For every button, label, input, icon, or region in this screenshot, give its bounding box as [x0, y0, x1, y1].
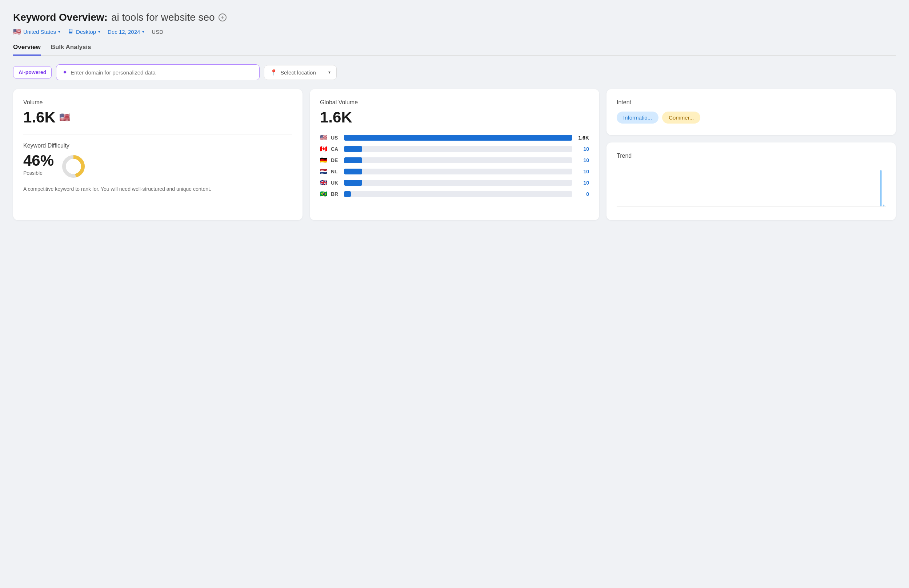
intent-tag-info: Informatio...	[617, 111, 658, 124]
right-col: Intent Informatio... Commer... Trend	[607, 89, 896, 220]
country-code: NL	[331, 169, 340, 174]
country-code: CA	[331, 146, 340, 152]
bar-value: 10	[576, 157, 589, 163]
ai-powered-badge: AI-powered	[13, 66, 52, 79]
bar-wrapper	[344, 157, 572, 163]
global-volume-card: Global Volume 1.6K 🇺🇸 US 1.6K 🇨🇦 CA 10 🇩…	[310, 89, 599, 220]
bar-fill	[344, 157, 362, 163]
global-vol-label: Global Volume	[320, 99, 589, 106]
trend-chart-svg	[617, 163, 886, 207]
bar-value: 10	[576, 146, 589, 152]
intent-card: Intent Informatio... Commer...	[607, 89, 896, 135]
country-code: BR	[331, 191, 340, 197]
bar-value: 10	[576, 180, 589, 186]
country-code: UK	[331, 180, 340, 186]
country-flag: 🇳🇱	[320, 168, 327, 175]
trend-card: Trend	[607, 142, 896, 220]
kd-left: 46% Possible	[23, 152, 54, 176]
domain-input-wrapper[interactable]: ✦	[56, 64, 260, 80]
search-row: AI-powered ✦ 📍 Select location ▾	[13, 64, 896, 80]
page-title: Keyword Overview: ai tools for website s…	[13, 11, 896, 23]
bar-fill	[344, 191, 351, 197]
domain-input[interactable]	[71, 69, 254, 76]
tab-overview[interactable]: Overview	[13, 44, 41, 56]
location-pin-icon: 📍	[270, 69, 277, 76]
add-keyword-icon[interactable]: +	[218, 13, 226, 21]
volume-label: Volume	[23, 99, 292, 106]
country-row: 🇧🇷 BR 0	[320, 191, 589, 197]
kd-value: 46%	[23, 152, 54, 170]
bar-wrapper	[344, 191, 572, 197]
date-chevron: ▾	[142, 29, 144, 34]
bar-wrapper	[344, 169, 572, 174]
title-prefix: Keyword Overview:	[13, 11, 108, 23]
location-filter[interactable]: 🇺🇸 United States ▾	[13, 27, 60, 36]
trend-label: Trend	[617, 153, 886, 159]
desktop-icon: 🖥	[68, 28, 74, 35]
country-list: 🇺🇸 US 1.6K 🇨🇦 CA 10 🇩🇪 DE 10 🇳🇱 NL 10 🇬🇧…	[320, 134, 589, 197]
kd-possible: Possible	[23, 170, 54, 176]
country-code: US	[331, 135, 340, 141]
bar-value: 1.6K	[576, 135, 589, 141]
kd-description: A competitive keyword to rank for. You w…	[23, 185, 292, 193]
intent-label: Intent	[617, 99, 886, 106]
currency-label: USD	[152, 29, 163, 35]
location-chevron: ▾	[58, 29, 60, 34]
bar-wrapper	[344, 180, 572, 186]
country-row: 🇺🇸 US 1.6K	[320, 134, 589, 141]
sparkle-icon: ✦	[62, 68, 68, 76]
country-flag: 🇺🇸	[320, 134, 327, 141]
bar-fill	[344, 180, 362, 186]
bar-fill	[344, 135, 572, 141]
volume-value: 1.6K 🇺🇸	[23, 109, 292, 126]
device-filter[interactable]: 🖥 Desktop ▾	[68, 28, 100, 35]
bar-wrapper	[344, 135, 572, 141]
country-row: 🇩🇪 DE 10	[320, 157, 589, 163]
intent-tags: Informatio... Commer...	[617, 111, 886, 124]
device-chevron: ▾	[98, 29, 100, 34]
donut-chart	[60, 153, 87, 179]
kd-label: Keyword Difficulty	[23, 142, 292, 149]
location-select-wrapper[interactable]: 📍 Select location ▾	[264, 65, 337, 80]
country-flag: 🇧🇷	[320, 191, 327, 197]
date-label: Dec 12, 2024	[108, 29, 140, 35]
country-flag: 🇨🇦	[320, 145, 327, 152]
us-flag: 🇺🇸	[13, 27, 21, 36]
intent-tag-commercial: Commer...	[662, 111, 700, 124]
bar-fill	[344, 169, 362, 174]
location-select-label: Select location	[280, 69, 325, 76]
tab-bulk-analysis[interactable]: Bulk Analysis	[51, 44, 91, 56]
location-select-chevron: ▾	[328, 70, 330, 75]
bar-value: 0	[576, 191, 589, 197]
svg-rect-2	[880, 170, 882, 207]
query-text: ai tools for website seo	[111, 11, 215, 23]
country-flag: 🇬🇧	[320, 179, 327, 186]
country-code: DE	[331, 157, 340, 163]
country-row: 🇳🇱 NL 10	[320, 168, 589, 175]
page-header: Keyword Overview: ai tools for website s…	[13, 11, 896, 36]
filters-row: 🇺🇸 United States ▾ 🖥 Desktop ▾ Dec 12, 2…	[13, 27, 896, 36]
country-row: 🇬🇧 UK 10	[320, 179, 589, 186]
tabs-row: Overview Bulk Analysis	[13, 44, 896, 56]
date-filter[interactable]: Dec 12, 2024 ▾	[108, 29, 144, 35]
location-label: United States	[23, 29, 56, 35]
global-vol-value: 1.6K	[320, 109, 589, 126]
svg-rect-3	[883, 205, 884, 207]
trend-chart-area	[617, 163, 886, 208]
country-row: 🇨🇦 CA 10	[320, 145, 589, 152]
bar-wrapper	[344, 146, 572, 152]
country-flag: 🇩🇪	[320, 157, 327, 163]
cards-grid: Volume 1.6K 🇺🇸 Keyword Difficulty 46% Po…	[13, 89, 896, 220]
bar-fill	[344, 146, 362, 152]
volume-kd-card: Volume 1.6K 🇺🇸 Keyword Difficulty 46% Po…	[13, 89, 302, 220]
bar-value: 10	[576, 169, 589, 174]
device-label: Desktop	[76, 29, 96, 35]
kd-row: 46% Possible	[23, 152, 292, 179]
volume-flag: 🇺🇸	[59, 112, 70, 123]
